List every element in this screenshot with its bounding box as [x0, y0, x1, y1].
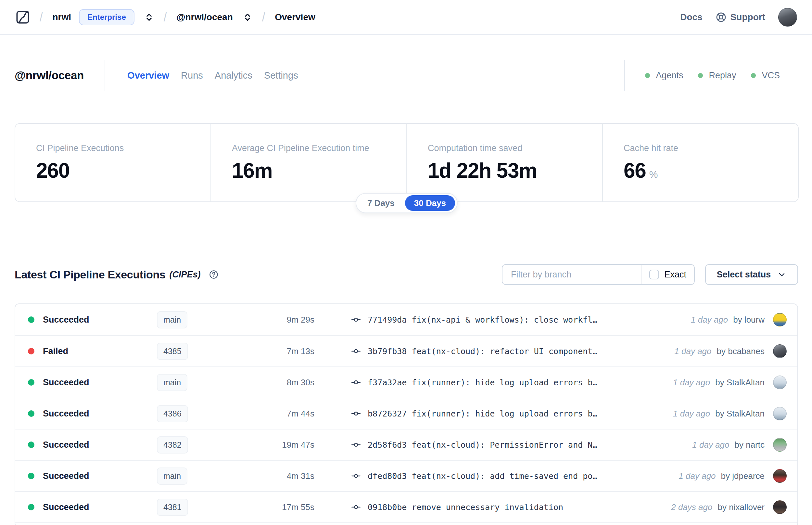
- commit-message[interactable]: dfed80d3 feat(nx-cloud): add time-saved …: [368, 471, 597, 481]
- help-icon[interactable]: [209, 270, 219, 280]
- user-avatar[interactable]: [778, 8, 797, 27]
- integration-label: Replay: [709, 71, 736, 80]
- git-commit-icon: [351, 471, 361, 481]
- exact-filter: Exact: [641, 265, 694, 284]
- exact-label: Exact: [664, 270, 686, 280]
- stat-value: 260: [36, 159, 211, 183]
- git-commit-icon: [351, 408, 361, 419]
- commit-message[interactable]: 0918b0be remove unnecessary invalidation: [368, 502, 563, 512]
- stat-label: Computation time saved: [428, 143, 602, 153]
- branch-badge[interactable]: 4381: [157, 499, 188, 516]
- author: by StalkAltan: [715, 377, 765, 388]
- author: by jdpearce: [721, 471, 765, 481]
- branch-filter-input[interactable]: [503, 265, 641, 284]
- stat-value: 66%: [624, 159, 798, 183]
- branch-badge[interactable]: 4385: [157, 343, 188, 360]
- author-avatar: [773, 438, 787, 452]
- author: by nartc: [735, 440, 765, 450]
- breadcrumb-separator: /: [164, 10, 167, 24]
- status-dot-icon: [28, 379, 34, 386]
- duration: 7m 44s: [241, 409, 315, 419]
- breadcrumb-page: Overview: [275, 12, 316, 22]
- git-commit-icon: [351, 377, 361, 388]
- author-avatar: [773, 376, 787, 389]
- time-ago: 1 day ago: [673, 409, 710, 419]
- time-ago: 1 day ago: [674, 346, 711, 356]
- branch-badge[interactable]: main: [157, 467, 187, 485]
- exact-checkbox[interactable]: [649, 270, 659, 280]
- stat-label: CI Pipeline Executions: [36, 143, 211, 153]
- status-select[interactable]: Select status: [705, 264, 798, 285]
- integration-replay[interactable]: Replay: [698, 71, 736, 80]
- status-dot-icon: [751, 73, 756, 78]
- tab-overview[interactable]: Overview: [127, 70, 169, 81]
- chevrons-up-down-icon[interactable]: [243, 12, 252, 22]
- divider: [105, 60, 105, 91]
- percent-suffix: %: [649, 169, 657, 180]
- stat-ci-pipeline-executions: CI Pipeline Executions 260: [15, 124, 211, 201]
- author-avatar: [773, 313, 787, 327]
- time-ago: 1 day ago: [691, 315, 728, 325]
- table-row[interactable]: Succeeded main 8m 30s f37a32ae fix(runne…: [15, 366, 797, 397]
- nx-workspace-logo-icon[interactable]: [15, 10, 31, 25]
- stat-average-execution-time: Average CI Pipeline Execution time 16m: [211, 124, 406, 201]
- commit-message[interactable]: b8726327 fix(runner): hide log upload er…: [368, 409, 597, 418]
- time-ago: 2 days ago: [671, 502, 712, 512]
- branch-badge[interactable]: main: [157, 374, 187, 391]
- duration: 8m 30s: [241, 377, 315, 388]
- range-30-days[interactable]: 30 Days: [405, 195, 455, 211]
- support-label: Support: [731, 12, 765, 22]
- branch-badge[interactable]: 4386: [157, 405, 188, 422]
- stats-panel: CI Pipeline Executions 260 Average CI Pi…: [15, 123, 799, 202]
- author-avatar: [773, 469, 787, 483]
- tab-runs[interactable]: Runs: [181, 70, 203, 81]
- stat-label: Cache hit rate: [624, 143, 798, 153]
- date-range-toggle: 7 Days 30 Days: [356, 193, 458, 213]
- section-title-suffix: (CIPEs): [169, 270, 200, 280]
- integration-agents[interactable]: Agents: [645, 71, 683, 80]
- docs-link[interactable]: Docs: [680, 12, 702, 22]
- status-label: Succeeded: [43, 315, 89, 325]
- table-row[interactable]: Succeeded 4382 19m 47s 2d58f6d3 feat(nx-…: [15, 429, 797, 460]
- duration: 17m 55s: [241, 502, 315, 512]
- status-label: Succeeded: [43, 502, 89, 512]
- git-commit-icon: [351, 502, 361, 512]
- workspace-header: @nrwl/ocean Overview Runs Analytics Sett…: [15, 60, 798, 91]
- commit-message[interactable]: 3b79fb38 feat(nx-cloud): refactor UI com…: [368, 347, 597, 356]
- duration: 9m 29s: [241, 315, 315, 325]
- table-row[interactable]: Succeeded main 9m 29s 771499da fix(nx-ap…: [15, 304, 797, 335]
- branch-badge[interactable]: main: [157, 311, 187, 328]
- workspace-tabs: Overview Runs Analytics Settings: [127, 70, 298, 81]
- breadcrumb-org[interactable]: nrwl: [52, 12, 71, 22]
- commit-message[interactable]: 2d58f6d3 feat(nx-cloud): PermissionError…: [368, 440, 597, 450]
- chevrons-up-down-icon[interactable]: [144, 12, 154, 22]
- time-ago: 1 day ago: [673, 377, 710, 388]
- table-row[interactable]: Succeeded main 4m 31s dfed80d3 feat(nx-c…: [15, 460, 797, 491]
- range-7-days[interactable]: 7 Days: [358, 195, 404, 211]
- status-dot-icon: [28, 410, 34, 417]
- lifebuoy-icon: [716, 12, 726, 23]
- commit-message[interactable]: 771499da fix(nx-api & workflows): close …: [368, 315, 597, 325]
- duration: 4m 31s: [241, 471, 315, 481]
- branch-filter-group: Exact: [502, 264, 695, 285]
- breadcrumb-workspace[interactable]: @nrwl/ocean: [177, 12, 233, 22]
- top-bar: / nrwl Enterprise / @nrwl/ocean / Overvi…: [0, 0, 812, 35]
- enterprise-badge: Enterprise: [79, 9, 135, 25]
- status-label: Succeeded: [43, 471, 89, 481]
- tab-settings[interactable]: Settings: [264, 70, 298, 81]
- integration-vcs[interactable]: VCS: [751, 71, 780, 80]
- commit-message[interactable]: f37a32ae fix(runner): hide log upload er…: [368, 378, 597, 387]
- table-row[interactable]: Succeeded 4381 17m 55s 0918b0be remove u…: [15, 491, 797, 522]
- status-select-label: Select status: [717, 270, 771, 280]
- table-row[interactable]: Failed 4385 7m 13s 3b79fb38 feat(nx-clou…: [15, 335, 797, 366]
- time-ago: 1 day ago: [678, 471, 716, 481]
- tab-analytics[interactable]: Analytics: [215, 70, 252, 81]
- support-link[interactable]: Support: [716, 12, 765, 23]
- table-row[interactable]: Succeeded 4386 7m 44s b8726327 fix(runne…: [15, 397, 797, 429]
- author-avatar: [773, 407, 787, 420]
- author-avatar: [773, 344, 787, 358]
- integration-label: VCS: [762, 71, 780, 80]
- branch-badge[interactable]: 4382: [157, 436, 188, 453]
- git-commit-icon: [351, 346, 361, 356]
- stat-label: Average CI Pipeline Execution time: [232, 143, 406, 153]
